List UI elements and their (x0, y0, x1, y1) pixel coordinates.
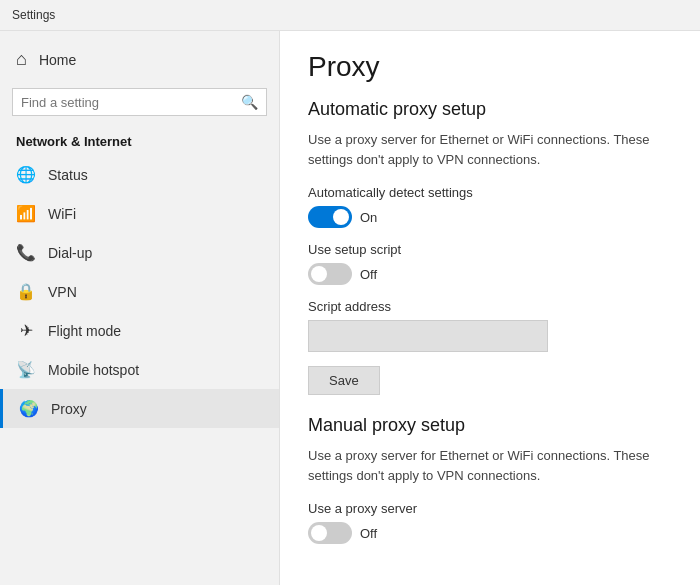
setup-script-track (308, 263, 352, 285)
use-proxy-toggle-container: Off (308, 522, 672, 544)
sidebar-item-vpn[interactable]: 🔒 VPN (0, 272, 279, 311)
mobilehotspot-icon: 📡 (16, 360, 36, 379)
sidebar-item-home[interactable]: ⌂ Home (0, 39, 279, 80)
proxy-icon: 🌍 (19, 399, 39, 418)
use-proxy-track (308, 522, 352, 544)
save-button[interactable]: Save (308, 366, 380, 395)
script-address-row: Script address (308, 299, 672, 352)
sidebar-item-label: Status (48, 167, 88, 183)
title-bar: Settings (0, 0, 700, 31)
home-icon: ⌂ (16, 49, 27, 70)
sidebar-item-label: VPN (48, 284, 77, 300)
search-icon: 🔍 (241, 94, 258, 110)
setup-script-thumb (311, 266, 327, 282)
setup-script-toggle-container: Off (308, 263, 672, 285)
sidebar: ⌂ Home 🔍 Network & Internet 🌐 Status 📶 W… (0, 31, 280, 585)
wifi-icon: 📶 (16, 204, 36, 223)
use-proxy-row: Use a proxy server Off (308, 501, 672, 544)
auto-detect-track (308, 206, 352, 228)
dialup-icon: 📞 (16, 243, 36, 262)
page-title: Proxy (308, 51, 672, 83)
sidebar-item-label: Proxy (51, 401, 87, 417)
sidebar-item-label: WiFi (48, 206, 76, 222)
sidebar-item-label: Dial-up (48, 245, 92, 261)
setup-script-text: Off (360, 267, 377, 282)
auto-detect-thumb (333, 209, 349, 225)
sidebar-item-label: Mobile hotspot (48, 362, 139, 378)
auto-detect-label: Automatically detect settings (308, 185, 672, 200)
sidebar-item-proxy[interactable]: 🌍 Proxy (0, 389, 279, 428)
auto-detect-row: Automatically detect settings On (308, 185, 672, 228)
search-box: 🔍 (12, 88, 267, 116)
manual-description: Use a proxy server for Ethernet or WiFi … (308, 446, 672, 485)
status-icon: 🌐 (16, 165, 36, 184)
automatic-description: Use a proxy server for Ethernet or WiFi … (308, 130, 672, 169)
sidebar-home-label: Home (39, 52, 76, 68)
sidebar-item-wifi[interactable]: 📶 WiFi (0, 194, 279, 233)
auto-detect-text: On (360, 210, 377, 225)
sidebar-item-dialup[interactable]: 📞 Dial-up (0, 233, 279, 272)
use-proxy-text: Off (360, 526, 377, 541)
sidebar-item-flightmode[interactable]: ✈ Flight mode (0, 311, 279, 350)
sidebar-item-status[interactable]: 🌐 Status (0, 155, 279, 194)
script-address-input[interactable] (308, 320, 548, 352)
setup-script-row: Use setup script Off (308, 242, 672, 285)
use-proxy-label: Use a proxy server (308, 501, 672, 516)
title-bar-label: Settings (12, 8, 55, 22)
sidebar-item-label: Flight mode (48, 323, 121, 339)
manual-section-title: Manual proxy setup (308, 415, 672, 436)
automatic-section-title: Automatic proxy setup (308, 99, 672, 120)
vpn-icon: 🔒 (16, 282, 36, 301)
setup-script-toggle[interactable] (308, 263, 352, 285)
script-address-label: Script address (308, 299, 672, 314)
sidebar-section-title: Network & Internet (0, 124, 279, 155)
auto-detect-toggle-container: On (308, 206, 672, 228)
flightmode-icon: ✈ (16, 321, 36, 340)
use-proxy-thumb (311, 525, 327, 541)
auto-detect-toggle[interactable] (308, 206, 352, 228)
main-content: Proxy Automatic proxy setup Use a proxy … (280, 31, 700, 585)
use-proxy-toggle[interactable] (308, 522, 352, 544)
setup-script-label: Use setup script (308, 242, 672, 257)
sidebar-item-mobilehotspot[interactable]: 📡 Mobile hotspot (0, 350, 279, 389)
search-input[interactable] (21, 95, 241, 110)
